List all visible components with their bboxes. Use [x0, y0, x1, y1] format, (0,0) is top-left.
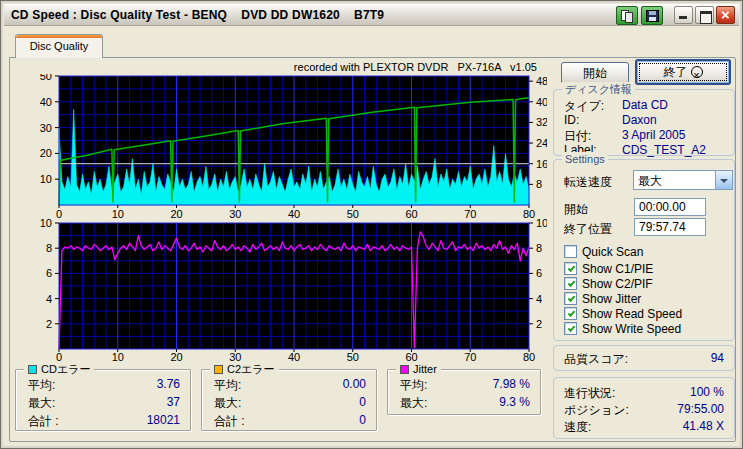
- svg-text:4: 4: [46, 293, 52, 305]
- jitter-chart: 24681024681001020304050607080: [11, 219, 547, 365]
- c2-error-caption: C2エラー: [227, 362, 275, 377]
- c2-legend-swatch: [214, 365, 223, 374]
- avg-label: 平均:: [28, 377, 55, 394]
- transfer-speed-select[interactable]: 最大: [633, 170, 733, 190]
- max-value: 9.3 %: [499, 395, 530, 409]
- svg-text:2: 2: [46, 318, 52, 330]
- svg-text:10: 10: [40, 219, 52, 229]
- svg-text:80: 80: [523, 351, 535, 363]
- label-value: CDS_TEST_A2: [622, 143, 706, 157]
- position-value: 79:55.00: [677, 402, 724, 416]
- avg-value: 0.00: [343, 377, 366, 391]
- window-title: CD Speed : Disc Quality Test - BENQ DVD …: [4, 8, 384, 22]
- jitter-caption: Jitter: [413, 363, 437, 375]
- quality-score-value: 94: [711, 351, 724, 365]
- svg-text:24: 24: [536, 137, 547, 149]
- date-value: 3 April 2005: [622, 128, 685, 142]
- start-position-label: 開始: [564, 201, 588, 218]
- svg-text:6: 6: [46, 267, 52, 279]
- progress-value: 100 %: [690, 385, 724, 399]
- cd-error-caption: CDエラー: [41, 362, 90, 377]
- svg-text:20: 20: [40, 147, 52, 159]
- id-value: Daxon: [622, 113, 657, 127]
- position-label: ポジション:: [564, 402, 629, 419]
- start-position-field[interactable]: [634, 198, 706, 216]
- cd-error-stats: CDエラー 平均:3.76 最大:37 合計 :18021: [15, 369, 191, 431]
- id-label: ID:: [564, 113, 579, 127]
- progress-box: 進行状況:100 % ポジション:79:55.00 速度:41.48 X: [553, 377, 735, 439]
- svg-text:70: 70: [464, 351, 476, 363]
- max-value: 37: [167, 395, 180, 409]
- end-position-field[interactable]: [634, 218, 706, 236]
- c1-error-speed-chart: 10203040508162432404801020304050607080: [11, 74, 547, 222]
- speed-value: 41.48 X: [683, 419, 724, 433]
- svg-text:30: 30: [40, 122, 52, 134]
- copy-icon[interactable]: [616, 6, 638, 25]
- settings-group: Settings 転送速度 最大 開始 終了位置 Quick Scan Show…: [553, 159, 735, 341]
- jitter-stats: Jitter 平均:7.98 % 最大:9.3 %: [387, 369, 541, 415]
- svg-text:48: 48: [536, 75, 547, 87]
- jitter-legend-swatch: [400, 365, 409, 374]
- chart-header: recorded with PLEXTOR DVDR PX-716A v1.05: [13, 61, 537, 73]
- svg-text:8: 8: [536, 242, 542, 254]
- svg-text:20: 20: [170, 351, 182, 363]
- svg-text:10: 10: [40, 173, 52, 185]
- tab-disc-quality[interactable]: Disc Quality: [15, 34, 103, 58]
- exit-button[interactable]: 終了: [635, 59, 731, 85]
- total-label: 合計 :: [28, 413, 59, 430]
- svg-text:40: 40: [40, 96, 52, 108]
- avg-value: 7.98 %: [493, 377, 530, 391]
- svg-text:4: 4: [536, 293, 542, 305]
- max-label: 最大:: [28, 395, 55, 412]
- avg-label: 平均:: [400, 377, 427, 394]
- svg-text:50: 50: [347, 351, 359, 363]
- total-value: 0: [359, 413, 366, 427]
- disc-info-caption: ディスク情報: [562, 82, 635, 96]
- speed-label: 速度:: [564, 419, 591, 436]
- quality-score-box: 品質スコア: 94: [553, 345, 735, 371]
- max-value: 0: [359, 395, 366, 409]
- svg-text:40: 40: [536, 96, 547, 108]
- settings-caption: Settings: [562, 152, 608, 166]
- svg-text:40: 40: [288, 351, 300, 363]
- svg-text:8: 8: [46, 242, 52, 254]
- svg-text:8: 8: [536, 178, 542, 190]
- close-icon[interactable]: [716, 6, 735, 24]
- progress-label: 進行状況:: [564, 385, 615, 402]
- maximize-icon[interactable]: [695, 6, 714, 24]
- total-value: 18021: [147, 413, 180, 427]
- minimize-icon[interactable]: [674, 6, 693, 24]
- svg-text:10: 10: [536, 219, 547, 229]
- svg-text:2: 2: [536, 318, 542, 330]
- save-icon[interactable]: [641, 6, 663, 25]
- c1-legend-swatch: [28, 365, 37, 374]
- svg-text:50: 50: [40, 74, 52, 82]
- disc-info-group: ディスク情報 タイプ:Data CD ID:Daxon 日付:3 April 2…: [553, 89, 735, 156]
- start-button[interactable]: 開始: [561, 62, 629, 84]
- exit-x-icon: [691, 66, 703, 78]
- total-label: 合計 :: [214, 413, 245, 430]
- svg-text:10: 10: [112, 351, 124, 363]
- app-window: CD Speed : Disc Quality Test - BENQ DVD …: [0, 0, 743, 449]
- transfer-speed-value: 最大: [634, 171, 715, 189]
- end-position-label: 終了位置: [564, 221, 612, 238]
- svg-text:32: 32: [536, 116, 547, 128]
- max-label: 最大:: [214, 395, 241, 412]
- title-bar[interactable]: CD Speed : Disc Quality Test - BENQ DVD …: [4, 4, 739, 26]
- avg-value: 3.76: [157, 377, 180, 391]
- svg-text:6: 6: [536, 267, 542, 279]
- quality-score-label: 品質スコア:: [564, 351, 628, 368]
- max-label: 最大:: [400, 395, 427, 412]
- chevron-down-icon[interactable]: [715, 171, 732, 189]
- svg-text:16: 16: [536, 158, 547, 170]
- type-value: Data CD: [622, 98, 668, 112]
- avg-label: 平均:: [214, 377, 241, 394]
- c2-error-stats: C2エラー 平均:0.00 最大:0 合計 :0: [201, 369, 377, 431]
- transfer-speed-label: 転送速度: [564, 174, 612, 191]
